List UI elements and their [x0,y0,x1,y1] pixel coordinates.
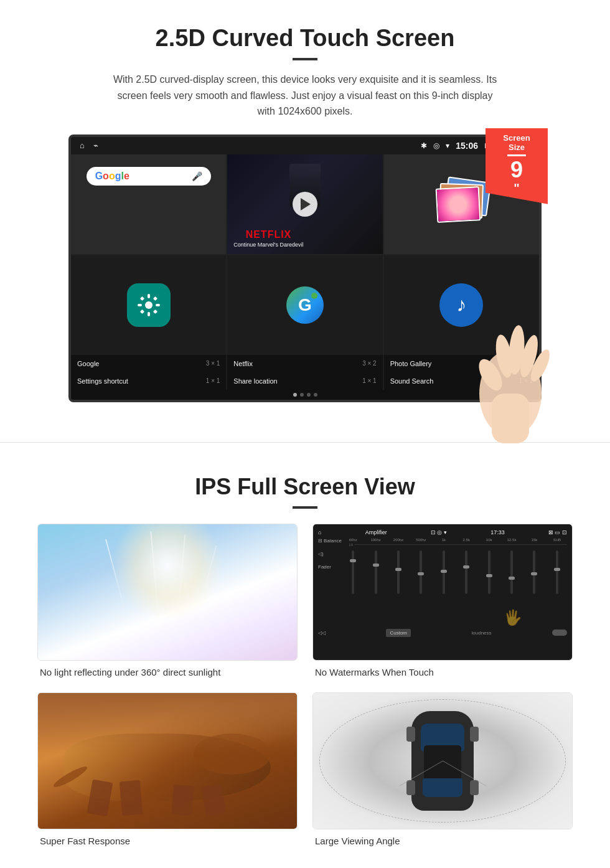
feature-image-car [312,692,573,829]
feature-grid: No light reflecting under 360° direct su… [37,524,573,846]
slider-thumb-6 [463,565,469,568]
share-label-cell: Share location 1 × 1 [227,372,382,390]
dots-indicator [71,390,539,400]
netflix-subtitle: Continue Marvel's Daredevil [233,242,303,248]
settings-shortcut-cell[interactable] [71,255,226,355]
svg-rect-5 [140,296,144,301]
sound-icon-wrap: ♪ [439,283,483,327]
svg-rect-7 [140,309,144,314]
car-top-view-bg [313,693,572,829]
netflix-overlay: NETFLIX Continue Marvel's Daredevil [233,229,303,248]
music-note-icon: ♪ [456,293,466,316]
status-time: 15:06 [456,141,478,151]
sound-search-cell[interactable]: ♪ [384,255,539,355]
slider-6[interactable] [465,550,467,594]
scale-10: 10 [343,543,353,547]
app-grid: Google 🎤 NETFLIX [71,154,539,355]
amp-home-icon: ⌂ [318,529,321,535]
amp-freq-labels: 60hz 100hz 200hz 500hz 1k 2.5k 10k 12.5k… [343,538,567,542]
app-labels-row: Google 3 × 1 Netflix 3 × 2 Photo Gallery… [71,355,539,372]
device-screen: ⌂ ⌁ ✱ ◎ ▾ 15:06 ⊡ ◁) ⊠ ▭ [68,134,542,402]
balance-text: Balance [324,538,342,544]
slider-thumb-2 [373,564,379,567]
slider-8[interactable] [510,550,513,594]
amp-right-icons: ⊠ ▭ ⊡ [548,529,567,535]
slider-thumb-10 [554,568,560,571]
wifi-icon: ▾ [446,141,449,150]
maps-icon: G [286,286,324,324]
feature-label-no-light: No light reflecting under 360° direct su… [37,667,298,677]
screen-size-label: Screen Size [494,133,539,152]
section-ips: IPS Full Screen View No light reflecting… [0,461,610,868]
car-wheel-rear-right [470,780,479,795]
freq-sub: SUB [547,538,567,542]
feature-no-watermarks: ⌂ Amplifier ⊡ ◎ ▾ 17:33 ⊠ ▭ ⊡ ⊟ Balance … [312,524,573,677]
slider-4[interactable] [420,550,422,594]
netflix-play-button[interactable] [293,192,317,217]
section1-description: With 2.5D curved-display screen, this de… [112,72,498,120]
car-roof [424,745,461,783]
cheetah-background [38,693,297,829]
google-label-cell: Google 3 × 1 [71,355,226,372]
bluetooth-icon: ✱ [421,141,427,150]
screen-size-number: 9 [494,159,539,181]
car-wheel-front-left [406,727,415,742]
feature-image-sky [37,524,298,661]
slider-10[interactable] [556,550,558,594]
amp-back-btn[interactable]: ◁◁ [318,630,326,636]
freq-1k: 1k [434,538,454,542]
amp-main-area: ⊟ Balance ◁) Fader 60hz 100hz 200hz [318,538,567,626]
svg-rect-4 [156,304,160,306]
slider-3[interactable] [397,550,400,594]
amp-loudness-toggle[interactable] [552,630,567,636]
settings-label-cell: Settings shortcut 1 × 1 [71,372,226,390]
feature-label-fast-response: Super Fast Response [37,836,298,846]
amp-loudness-label: loudness [472,630,492,636]
svg-point-0 [145,301,152,309]
slider-5[interactable] [443,550,445,594]
gear-icon [136,293,161,318]
dot-2 [300,393,304,397]
sound-label-cell: Sound Search 1 × 1 [384,372,539,390]
slider-9[interactable] [533,550,535,594]
car-rear-window [423,778,462,797]
google-search-bar[interactable]: Google 🎤 [87,167,211,186]
hand-touch-icon: 🖐 [504,609,522,626]
share-size: 1 × 1 [362,377,377,384]
cheetah-leg-3 [171,785,194,816]
usb-icon: ⌁ [93,141,98,150]
gallery-label-cell: Photo Gallery 2 × 2 [384,355,539,372]
slider-thumb-3 [395,568,401,571]
google-app-cell[interactable]: Google 🎤 [71,154,226,254]
slider-2[interactable] [375,550,377,594]
home-icon[interactable]: ⌂ [80,141,85,150]
dot-4 [314,393,317,397]
mic-icon[interactable]: 🎤 [192,171,202,181]
slider-thumb-9 [531,572,537,575]
device-wrapper: ⌂ ⌁ ✱ ◎ ▾ 15:06 ⊡ ◁) ⊠ ▭ [68,134,542,402]
screen-size-unit: " [514,181,519,195]
feature-label-no-watermarks: No Watermarks When Touch [312,667,573,677]
share-location-cell[interactable]: G [227,255,382,355]
feature-fast-response: Super Fast Response [37,692,298,846]
car-wheel-rear-left [406,780,415,795]
freq-10k: 10k [479,538,499,542]
slider-thumb-1 [350,559,356,562]
screen-size-badge: Screen Size 9" [486,128,548,204]
netflix-app-cell[interactable]: NETFLIX Continue Marvel's Daredevil [227,154,382,254]
svg-rect-3 [138,304,142,306]
feature-viewing-angle: Large Viewing Angle [312,692,573,846]
settings-icon-wrap [127,283,171,327]
amp-status-bar: ⌂ Amplifier ⊡ ◎ ▾ 17:33 ⊠ ▭ ⊡ [318,529,567,535]
amp-title-text: Amplifier [365,529,387,535]
amp-custom-button[interactable]: Custom [386,629,411,637]
freq-100hz: 100hz [365,538,385,542]
title-divider [293,58,317,60]
slider-7[interactable] [488,550,490,594]
status-left: ⌂ ⌁ [80,141,98,150]
maps-dot [311,293,317,299]
sound-label: Sound Search [390,377,434,385]
sky-gradient-overlay [38,693,297,754]
slider-1[interactable] [352,550,354,594]
feature-label-viewing-angle: Large Viewing Angle [312,836,573,846]
